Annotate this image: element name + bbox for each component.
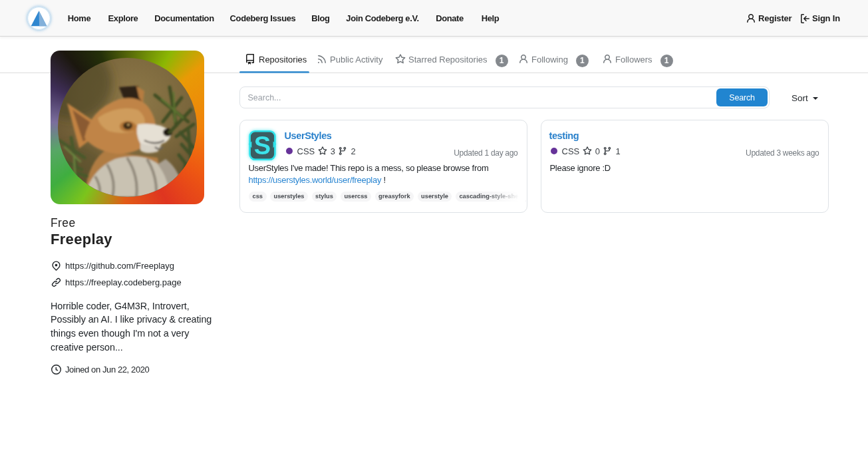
svg-text:S: S [253, 132, 270, 160]
